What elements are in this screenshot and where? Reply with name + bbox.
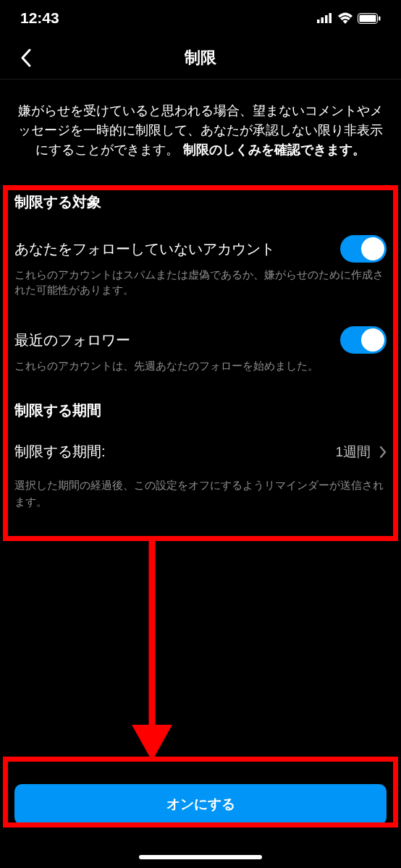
duration-label: 制限する期間: <box>14 442 106 461</box>
home-indicator[interactable] <box>139 855 262 859</box>
chevron-left-icon <box>20 48 31 67</box>
svg-rect-5 <box>360 14 376 22</box>
svg-rect-3 <box>329 13 332 23</box>
turn-on-button-label: オンにする <box>166 795 235 814</box>
page-title: 制限 <box>185 47 216 69</box>
toggle-row-recent-followers: 最近のフォロワー <box>14 310 387 354</box>
status-bar: 12:43 <box>0 0 401 36</box>
svg-rect-1 <box>321 17 324 23</box>
svg-rect-0 <box>317 20 320 23</box>
duration-value: 1週間 <box>335 443 371 461</box>
toggle-row-label: あなたをフォローしていないアカウント <box>14 239 275 259</box>
svg-marker-8 <box>132 725 172 761</box>
battery-icon <box>358 13 381 24</box>
duration-value-wrap: 1週間 <box>335 443 387 461</box>
toggle-row-sub: これらのアカウントはスパムまたは虚偽であるか、嫌がらせのために作成された可能性が… <box>14 263 387 310</box>
restrict-targets-section: 制限する対象 あなたをフォローしていないアカウント これらのアカウントはスパムま… <box>0 178 401 514</box>
section-title-duration: 制限する期間 <box>14 386 387 427</box>
back-button[interactable] <box>14 47 36 69</box>
annotation-arrow-icon <box>116 540 188 764</box>
description-link[interactable]: 制限のしくみを確認できます。 <box>183 142 366 157</box>
duration-row[interactable]: 制限する期間: 1週間 <box>14 427 387 473</box>
chevron-right-icon <box>379 446 387 459</box>
toggle-row-non-followers: あなたをフォローしていないアカウント <box>14 219 387 263</box>
toggle-non-followers[interactable] <box>340 235 387 263</box>
toggle-recent-followers[interactable] <box>340 326 387 354</box>
cellular-signal-icon <box>317 13 333 23</box>
duration-note: 選択した期間の経過後、この設定をオフにするようリマインダーが送信されます。 <box>14 473 387 514</box>
toggle-row-sub: これらのアカウントは、先週あなたのフォローを始めました。 <box>14 354 387 386</box>
svg-rect-2 <box>325 15 328 23</box>
section-title-targets: 制限する対象 <box>14 178 387 219</box>
wifi-icon <box>337 12 353 24</box>
status-indicators <box>317 12 381 24</box>
header: 制限 <box>0 36 401 80</box>
description: 嫌がらせを受けていると思われる場合、望まないコメントやメッセージを一時的に制限し… <box>0 80 401 178</box>
svg-rect-6 <box>379 16 381 20</box>
toggle-row-label: 最近のフォロワー <box>14 331 130 350</box>
status-time: 12:43 <box>20 9 59 27</box>
turn-on-button[interactable]: オンにする <box>14 784 387 825</box>
